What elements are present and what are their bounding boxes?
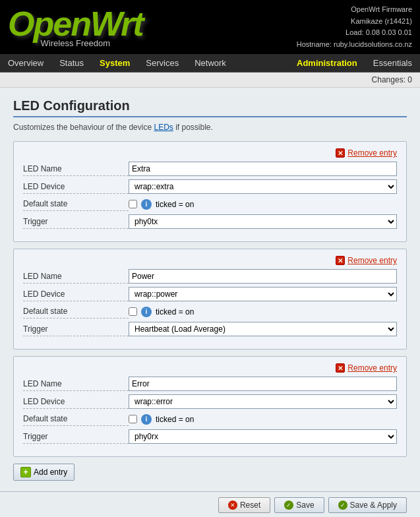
led-device-select-1[interactable]: wrap::extra wrap::power wrap::error (129, 179, 397, 194)
trigger-row-1: Trigger phy0tx phy0rx none Heartbeat (Lo… (23, 214, 397, 229)
add-icon: + (20, 467, 31, 477)
led-device-control-3: wrap::extra wrap::power wrap::error (129, 394, 397, 409)
logo-area: OpenWrt Wireless Freedom (8, 7, 143, 48)
nav-status[interactable]: Status (51, 54, 92, 72)
led-name-control-2 (129, 269, 397, 284)
page-title: LED Configuration (13, 98, 407, 117)
header: OpenWrt Wireless Freedom OpenWrt Firmwar… (0, 0, 420, 54)
led-entry-2: ✕ Remove entry LED Name LED Device wrap:… (13, 249, 407, 350)
led-name-control-3 (129, 377, 397, 391)
led-name-input-2[interactable] (129, 269, 397, 284)
remove-entry-2-button[interactable]: ✕ Remove entry (336, 256, 397, 265)
nav: Overview Status System Services Network … (0, 54, 420, 73)
nav-network[interactable]: Network (187, 54, 234, 72)
add-entry-button[interactable]: + Add entry (13, 464, 75, 481)
trigger-control-2: phy0tx phy0rx none Heartbeat (Load Avera… (129, 322, 397, 336)
nav-system[interactable]: System (92, 54, 138, 72)
page-description: Customizes the behaviour of the device L… (13, 123, 407, 132)
led-device-control-2: wrap::extra wrap::power wrap::error (129, 287, 397, 301)
remove-icon-3: ✕ (336, 363, 345, 373)
nav-right: Administration Essentials (289, 54, 420, 72)
trigger-control-1: phy0tx phy0rx none Heartbeat (Load Avera… (129, 214, 397, 229)
remove-label-3: Remove entry (347, 363, 397, 373)
led-entry-1: ✕ Remove entry LED Name LED Device wrap:… (13, 141, 407, 242)
led-device-label-3: LED Device (23, 395, 129, 409)
trigger-select-1[interactable]: phy0tx phy0rx none Heartbeat (Load Avera… (129, 214, 397, 229)
default-state-text-2: ticked = on (156, 307, 194, 317)
nav-services[interactable]: Services (138, 54, 187, 72)
reset-label: Reset (240, 501, 260, 510)
remove-row-1: ✕ Remove entry (23, 148, 397, 158)
add-entry-label: Add entry (34, 468, 67, 477)
trigger-row-3: Trigger phy0tx phy0rx none Heartbeat (Lo… (23, 429, 397, 444)
save-button[interactable]: ✓ Save (274, 497, 324, 513)
nav-essentials[interactable]: Essentials (365, 54, 420, 72)
default-state-label-1: Default state (23, 197, 129, 211)
trigger-select-3[interactable]: phy0tx phy0rx none Heartbeat (Load Avera… (129, 429, 397, 444)
default-state-control-2: i ticked = on (129, 307, 397, 317)
default-state-checkbox-3[interactable] (129, 415, 137, 423)
nav-administration[interactable]: Administration (289, 54, 365, 72)
led-name-input-1[interactable] (129, 162, 397, 176)
remove-icon-2: ✕ (336, 256, 345, 265)
led-device-row-1: LED Device wrap::extra wrap::power wrap:… (23, 179, 397, 194)
led-device-select-2[interactable]: wrap::extra wrap::power wrap::error (129, 287, 397, 301)
logo-o: O (8, 5, 33, 43)
save-apply-label: Save & Apply (350, 501, 397, 510)
led-device-row-2: LED Device wrap::extra wrap::power wrap:… (23, 287, 397, 301)
tagline: Wireless Freedom (8, 38, 143, 48)
info-icon-3: i (141, 414, 152, 425)
firmware-info: OpenWrt Firmware Kamikaze (r14421) Load:… (297, 4, 412, 50)
led-name-row-1: LED Name (23, 162, 397, 176)
remove-icon-1: ✕ (336, 148, 345, 158)
leds-link[interactable]: LEDs (154, 123, 173, 132)
save-apply-button[interactable]: ✓ Save & Apply (328, 497, 407, 513)
default-state-checkbox-2[interactable] (129, 307, 137, 316)
reset-icon: ✕ (228, 501, 237, 510)
trigger-control-3: phy0tx phy0rx none Heartbeat (Load Avera… (129, 429, 397, 444)
led-device-select-3[interactable]: wrap::extra wrap::power wrap::error (129, 394, 397, 409)
trigger-label-2: Trigger (23, 322, 129, 336)
led-name-row-2: LED Name (23, 269, 397, 284)
led-name-label-3: LED Name (23, 377, 129, 391)
led-name-row-3: LED Name (23, 377, 397, 391)
trigger-row-2: Trigger phy0tx phy0rx none Heartbeat (Lo… (23, 322, 397, 336)
logo-rest: penWrt (33, 5, 142, 43)
default-state-checkbox-1[interactable] (129, 200, 137, 208)
default-state-label-3: Default state (23, 412, 129, 426)
default-state-text-1: ticked = on (156, 200, 194, 209)
led-device-row-3: LED Device wrap::extra wrap::power wrap:… (23, 394, 397, 409)
default-state-row-1: Default state i ticked = on (23, 197, 397, 211)
trigger-label-1: Trigger (23, 215, 129, 229)
trigger-label-3: Trigger (23, 430, 129, 444)
led-name-control-1 (129, 162, 397, 176)
led-entry-3: ✕ Remove entry LED Name LED Device wrap:… (13, 356, 407, 457)
default-state-text-3: ticked = on (156, 415, 194, 424)
led-name-label-1: LED Name (23, 162, 129, 176)
remove-row-3: ✕ Remove entry (23, 363, 397, 373)
info-icon-1: i (141, 199, 152, 210)
led-name-input-3[interactable] (129, 377, 397, 391)
remove-row-2: ✕ Remove entry (23, 256, 397, 265)
remove-entry-3-button[interactable]: ✕ Remove entry (336, 363, 397, 373)
trigger-select-2[interactable]: phy0tx phy0rx none Heartbeat (Load Avera… (129, 322, 397, 336)
remove-entry-1-button[interactable]: ✕ Remove entry (336, 148, 397, 158)
remove-label-2: Remove entry (347, 256, 397, 265)
changes-bar: Changes: 0 (0, 73, 420, 88)
led-device-control-1: wrap::extra wrap::power wrap::error (129, 179, 397, 194)
led-device-label-2: LED Device (23, 288, 129, 301)
save-apply-icon: ✓ (338, 501, 347, 510)
main-content: LED Configuration Customizes the behavio… (0, 88, 420, 491)
footer-buttons: ✕ Reset ✓ Save ✓ Save & Apply (0, 491, 420, 517)
info-icon-2: i (141, 307, 152, 317)
save-icon: ✓ (284, 501, 293, 510)
nav-overview[interactable]: Overview (0, 54, 51, 72)
save-label: Save (296, 501, 314, 510)
led-device-label-1: LED Device (23, 180, 129, 194)
default-state-row-2: Default state i ticked = on (23, 305, 397, 319)
default-state-control-3: i ticked = on (129, 414, 397, 425)
logo: OpenWrt (8, 7, 143, 41)
default-state-row-3: Default state i ticked = on (23, 412, 397, 426)
remove-label-1: Remove entry (347, 148, 397, 158)
reset-button[interactable]: ✕ Reset (218, 497, 270, 513)
